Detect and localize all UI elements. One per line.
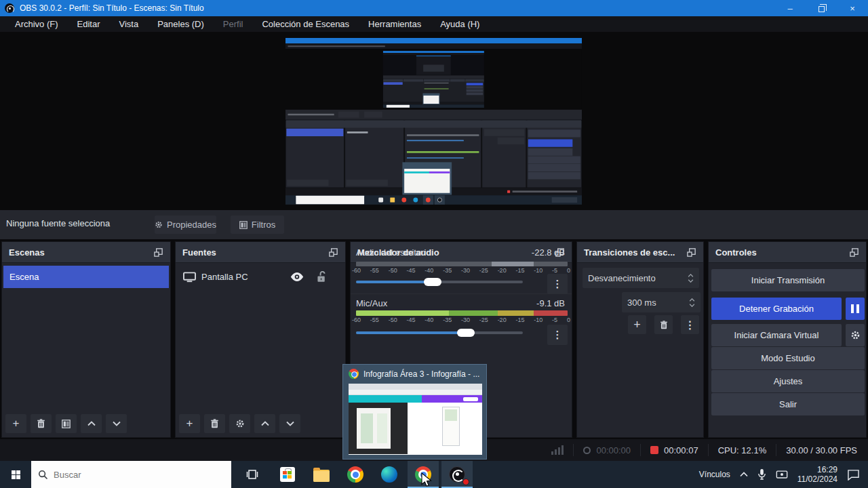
properties-button[interactable]: Propiedades xyxy=(155,216,216,234)
volume-slider-knob[interactable] xyxy=(457,329,475,337)
volume-slider-knob[interactable] xyxy=(424,278,441,286)
studio-mode-button[interactable]: Modo Estudio xyxy=(711,347,865,369)
search-input[interactable] xyxy=(54,470,210,480)
tick-label: -40 xyxy=(425,267,433,274)
eye-visible-icon[interactable] xyxy=(290,272,304,282)
source-item[interactable]: Pantalla PC xyxy=(177,266,344,288)
filter-icon xyxy=(239,221,248,229)
chevron-up-icon[interactable] xyxy=(689,298,695,302)
move-scene-up-button[interactable] xyxy=(81,414,102,433)
menu-paneles[interactable]: Paneles (D) xyxy=(148,16,214,32)
scenes-toolbar: + xyxy=(5,414,131,433)
mini2-popup-thumb xyxy=(423,96,439,104)
volume-slider[interactable] xyxy=(356,331,523,334)
gear-icon xyxy=(235,419,245,428)
add-scene-button[interactable]: + xyxy=(5,414,26,433)
video-preview[interactable] xyxy=(285,38,582,205)
links-toolbar-label[interactable]: Vínculos xyxy=(699,470,730,479)
taskbar-search[interactable] xyxy=(31,461,231,488)
tick-label: -10 xyxy=(534,267,542,274)
duration-spinbox[interactable]: 300 ms xyxy=(622,292,701,312)
channel-options-button[interactable]: ⋮ xyxy=(547,325,568,345)
microsoft-store-button[interactable] xyxy=(272,461,303,488)
restore-icon xyxy=(818,6,825,12)
tick-label: -30 xyxy=(461,267,470,274)
restore-button[interactable] xyxy=(806,0,837,16)
file-explorer-icon xyxy=(313,470,330,482)
cast-display-icon[interactable] xyxy=(776,470,788,480)
mini-titlebar xyxy=(285,38,582,43)
filters-button[interactable]: Filtros xyxy=(231,216,284,234)
task-view-button[interactable] xyxy=(237,461,268,488)
move-scene-down-button[interactable] xyxy=(106,414,127,433)
mini2-selbar xyxy=(383,75,484,79)
exit-button[interactable]: Salir xyxy=(711,393,865,415)
volume-slider-fill xyxy=(356,331,466,334)
minimize-button[interactable]: – xyxy=(774,0,806,16)
popout-icon[interactable] xyxy=(849,247,859,258)
status-separator xyxy=(708,444,709,456)
menu-coleccion-escenas[interactable]: Colección de Escenas xyxy=(252,16,359,32)
pause-recording-button[interactable] xyxy=(846,298,865,320)
popup-thumbnail[interactable] xyxy=(349,384,482,455)
tray-chevron-up-icon[interactable] xyxy=(740,472,748,477)
channel-level: -9.1 dB xyxy=(536,298,565,308)
microsoft-store-icon xyxy=(280,467,295,482)
menu-perfil[interactable]: Perfil xyxy=(214,16,253,32)
volume-slider[interactable] xyxy=(356,281,523,283)
no-source-message: Ninguna fuente selecciona xyxy=(6,218,110,228)
menu-archivo[interactable]: Archivo (F) xyxy=(5,16,68,32)
start-virtual-camera-button[interactable]: Iniciar Cámara Virtual xyxy=(711,324,842,346)
chrome-button[interactable] xyxy=(340,461,371,488)
mini-taskbar xyxy=(285,195,582,205)
stop-recording-button[interactable]: Detener Grabación xyxy=(711,298,842,320)
remove-source-button[interactable] xyxy=(204,414,225,433)
mini-ctl-blue xyxy=(528,140,573,147)
popup-title: Infografía Área 3 - Infografía - ... xyxy=(363,369,479,379)
menu-editar[interactable]: Editar xyxy=(68,16,110,32)
scene-item-selected[interactable]: Escena xyxy=(3,266,169,288)
scene-filters-button[interactable] xyxy=(56,414,77,433)
popout-icon[interactable] xyxy=(153,247,163,258)
move-source-up-button[interactable] xyxy=(254,414,275,433)
mini-selbar-btn xyxy=(338,112,359,118)
popout-icon[interactable] xyxy=(686,247,696,258)
transition-options-button[interactable]: ⋮ xyxy=(681,315,699,334)
remove-scene-button[interactable] xyxy=(31,414,52,433)
mini-toolbar xyxy=(346,180,387,186)
obs-window-button[interactable] xyxy=(441,461,473,488)
add-transition-button[interactable]: + xyxy=(628,315,646,334)
stream-health-icon xyxy=(551,445,564,455)
notification-center-icon[interactable] xyxy=(847,469,860,481)
edge-button[interactable] xyxy=(374,461,405,488)
transition-select[interactable]: Desvanecimiento xyxy=(583,268,699,288)
close-button[interactable]: × xyxy=(837,0,868,16)
start-streaming-button[interactable]: Iniciar Transmisión xyxy=(711,269,865,291)
tick-label: -35 xyxy=(443,317,452,323)
taskbar-thumbnail-popup[interactable]: Infografía Área 3 - Infografía - ... xyxy=(342,364,487,460)
chevron-down-icon[interactable] xyxy=(689,304,695,307)
menu-ayuda[interactable]: Ayuda (H) xyxy=(431,16,489,32)
settings-button[interactable]: Ajustes xyxy=(711,370,865,392)
mini-icon xyxy=(413,198,418,203)
remove-transition-button[interactable] xyxy=(654,315,673,334)
file-explorer-button[interactable] xyxy=(306,461,337,488)
mini2-button xyxy=(467,89,484,92)
popout-icon[interactable] xyxy=(328,247,338,258)
thumb-toolbar-button xyxy=(463,397,478,401)
add-source-button[interactable]: + xyxy=(179,414,200,433)
menu-vista[interactable]: Vista xyxy=(110,16,149,32)
start-button[interactable] xyxy=(0,461,31,488)
mini2-panel-head xyxy=(424,79,450,82)
volume-meter xyxy=(356,310,568,316)
record-time: 00:00:07 xyxy=(664,445,698,455)
virtual-camera-settings-button[interactable] xyxy=(846,324,865,346)
taskbar-clock[interactable]: 16:29 11/02/2024 xyxy=(797,465,837,484)
microphone-icon[interactable] xyxy=(757,468,766,481)
menu-herramientas[interactable]: Herramientas xyxy=(359,16,431,32)
mini2-menubar xyxy=(383,53,484,55)
channel-options-button[interactable]: ⋮ xyxy=(547,274,568,294)
source-properties-button[interactable] xyxy=(229,414,250,433)
move-source-down-button[interactable] xyxy=(279,414,300,433)
lock-unlocked-icon[interactable] xyxy=(316,271,326,283)
